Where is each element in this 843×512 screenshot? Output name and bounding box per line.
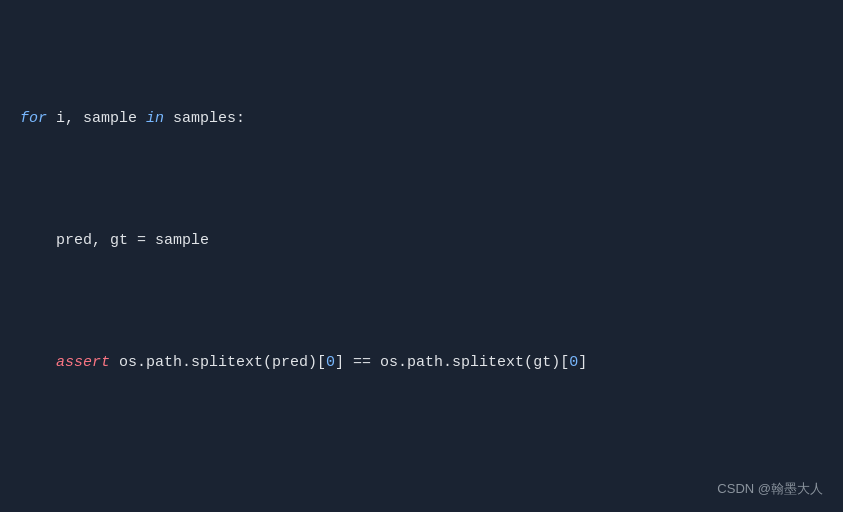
line-2: pred, gt = sample bbox=[20, 228, 823, 254]
code-editor: for i, sample in samples: pred, gt = sam… bbox=[0, 0, 843, 512]
line-1: for i, sample in samples: bbox=[20, 106, 823, 132]
line-blank-1 bbox=[20, 472, 823, 498]
line-3: assert os.path.splitext(pred)[0] == os.p… bbox=[20, 350, 823, 376]
watermark: CSDN @翰墨大人 bbox=[717, 479, 823, 500]
